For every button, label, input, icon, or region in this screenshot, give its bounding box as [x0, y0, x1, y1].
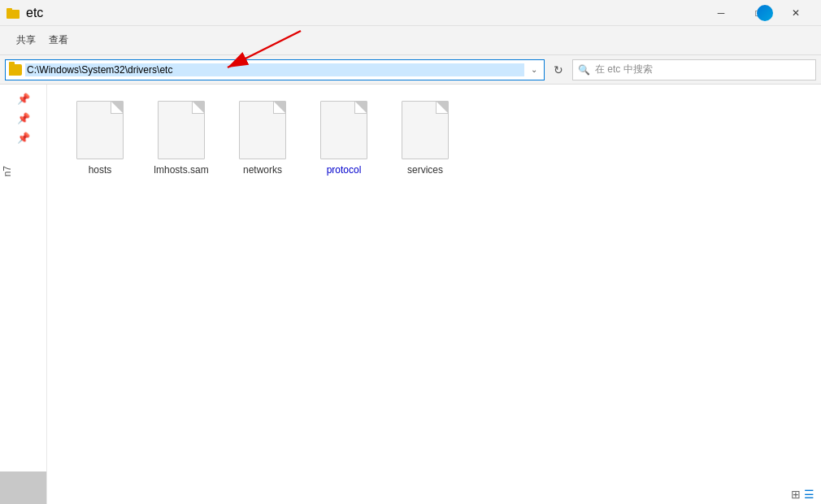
file-icon-wrapper-networks [234, 98, 291, 163]
file-item-protocol[interactable]: protocol [307, 98, 380, 176]
file-name-services: services [407, 164, 443, 176]
file-icon-wrapper-lmhosts [153, 98, 210, 163]
ribbon: 共享 查看 [0, 26, 821, 55]
pin-icon-3[interactable]: 📌 [17, 130, 30, 146]
pin-icon-1[interactable]: 📌 [17, 91, 30, 107]
main-area: 📌 📌 📌 n7 hosts lmhosts.sam networks [0, 85, 821, 504]
address-refresh-button[interactable]: ↻ [548, 59, 569, 80]
sidebar-scrollbar[interactable] [0, 471, 46, 504]
title-bar-controls: ─ □ ✕ [702, 0, 814, 26]
pin-icon-2[interactable]: 📌 [17, 111, 30, 127]
file-item-hosts[interactable]: hosts [63, 98, 137, 176]
edge-circle [757, 5, 773, 21]
file-icon-wrapper-services [397, 98, 454, 163]
file-name-protocol: protocol [327, 164, 362, 176]
title-bar-left: etc [7, 6, 43, 20]
title-bar-title: etc [26, 6, 43, 20]
sidebar-label: n7 [2, 166, 13, 176]
share-button[interactable]: 共享 [10, 30, 42, 50]
bottom-right-controls: ⊞ ☰ [791, 488, 814, 501]
search-hint: 在 etc 中搜索 [595, 63, 810, 76]
sidebar: 📌 📌 📌 n7 [0, 85, 47, 504]
file-item-networks[interactable]: networks [226, 98, 299, 176]
address-dropdown-icon[interactable]: ⌄ [528, 65, 541, 74]
address-folder-icon [9, 64, 22, 76]
search-icon: 🔍 [578, 64, 590, 76]
file-icon-networks [239, 101, 286, 159]
search-bar[interactable]: 🔍 在 etc 中搜索 [572, 59, 816, 80]
title-folder-icon [7, 7, 20, 19]
grid-view-icon[interactable]: ⊞ [791, 488, 801, 501]
address-bar[interactable]: C:\Windows\System32\drivers\etc ⌄ [5, 59, 545, 80]
file-icon-lmhosts [158, 101, 205, 159]
address-path: C:\Windows\System32\drivers\etc [25, 63, 524, 76]
file-area: hosts lmhosts.sam networks protocol [47, 85, 821, 504]
file-icon-wrapper-hosts [72, 98, 128, 163]
file-name-lmhosts: lmhosts.sam [154, 164, 208, 176]
file-icon-wrapper-protocol [315, 98, 372, 163]
file-name-hosts: hosts [89, 164, 112, 176]
minimize-button[interactable]: ─ [702, 0, 740, 26]
file-icon-protocol [320, 101, 367, 159]
edge-browser-icon [746, 0, 784, 26]
address-bar-row: C:\Windows\System32\drivers\etc ⌄ ↻ 🔍 在 … [0, 55, 821, 85]
file-item-services[interactable]: services [389, 98, 462, 176]
file-icon-hosts [76, 101, 124, 159]
file-icon-services [402, 101, 449, 159]
svg-rect-1 [7, 8, 12, 11]
title-bar: etc ─ □ ✕ [0, 0, 821, 26]
list-view-icon[interactable]: ☰ [804, 488, 814, 501]
view-button[interactable]: 查看 [42, 30, 75, 50]
file-name-networks: networks [243, 164, 282, 176]
file-item-lmhosts[interactable]: lmhosts.sam [145, 98, 218, 176]
